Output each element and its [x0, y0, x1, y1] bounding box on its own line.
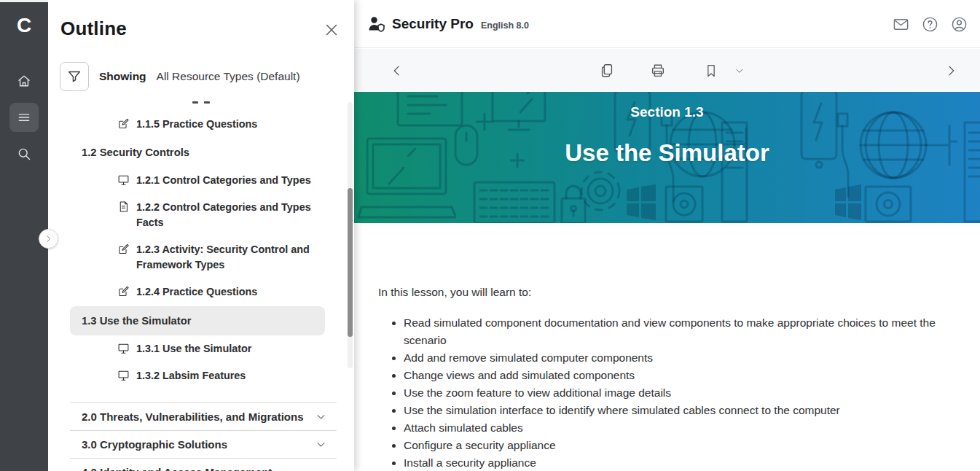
outline-section-1-3-selected[interactable]: 1.3 Use the Simulator — [70, 306, 325, 335]
outline-section-1-2[interactable]: 1.2 Security Controls — [82, 145, 189, 160]
forward-icon — [944, 63, 958, 78]
bookmark-button[interactable] — [699, 59, 724, 82]
outline-item-1-2-2[interactable]: 1.2.2 Control Categories and Types Facts — [117, 200, 340, 230]
next-button[interactable] — [938, 59, 963, 82]
outline-menu-button[interactable] — [9, 103, 39, 132]
home-icon — [17, 74, 31, 88]
course-title: Security Pro — [392, 16, 474, 32]
lesson-body: In this lesson, you will learn to: Read … — [354, 223, 980, 471]
outline-tree: 1.1.5 Practice Questions 1.2 Security Co… — [48, 0, 354, 471]
previous-button[interactable] — [385, 59, 409, 82]
app-window: C Outline — [0, 0, 980, 471]
monitor-icon — [117, 174, 130, 186]
panel-expand-button[interactable] — [39, 229, 58, 249]
bookmark-menu-button[interactable] — [727, 59, 752, 82]
menu-icon — [17, 110, 31, 125]
objective-item: Change views and add simulated component… — [404, 367, 946, 384]
content-header: Security Pro English 8.0 — [354, 0, 980, 48]
copy-icon — [599, 63, 615, 79]
copy-button[interactable] — [595, 59, 619, 82]
account-button[interactable] — [944, 9, 973, 39]
objective-item: Use the zoom feature to view additional … — [404, 384, 946, 402]
lesson-intro: In this lesson, you will learn to: — [378, 285, 980, 300]
objective-item: Attach simulated cables — [404, 419, 946, 437]
lesson-toolbar — [354, 49, 980, 92]
outline-scrollbar[interactable] — [348, 102, 353, 368]
outline-chapter-4-0[interactable]: 4.0 Identity and Access Management — [70, 458, 337, 471]
outline-item-1-3-2[interactable]: 1.3.2 Labsim Features — [117, 368, 246, 384]
outline-item-1-2-4[interactable]: 1.2.4 Practice Questions — [117, 284, 257, 300]
outline-item-1-1-5[interactable]: 1.1.5 Practice Questions — [117, 117, 257, 132]
monitor-icon — [117, 342, 130, 354]
home-button[interactable] — [9, 66, 39, 96]
outline-scrollbar-thumb[interactable] — [348, 188, 353, 337]
chevron-right-icon — [44, 234, 53, 244]
outline-chapter-3-0[interactable]: 3.0 Cryptographic Solutions — [70, 430, 337, 458]
objective-item: Add and remove simulated computer compon… — [404, 349, 946, 367]
mail-button[interactable] — [886, 9, 915, 39]
objective-item: Configure a security appliance — [404, 437, 946, 454]
objective-item: Read simulated component documentation a… — [404, 314, 946, 349]
objectives-list: Read simulated component documentation a… — [392, 314, 946, 471]
outline-item-1-2-3[interactable]: 1.2.3 Activity: Security Control and Fra… — [117, 242, 340, 273]
monitor-icon — [117, 369, 130, 381]
search-button[interactable] — [9, 139, 39, 168]
bookmark-icon — [704, 63, 718, 78]
print-icon — [650, 63, 666, 79]
outline-panel: Outline Showing All Resource Types (Defa… — [48, 0, 354, 471]
print-button[interactable] — [646, 59, 670, 82]
course-edition: English 8.0 — [481, 20, 529, 31]
chevron-down-icon — [315, 439, 326, 450]
outline-item-1-3-1[interactable]: 1.3.1 Use the Simulator — [117, 341, 251, 357]
help-button[interactable] — [915, 9, 944, 39]
search-icon — [17, 147, 31, 161]
banner-text: Section 1.3 Use the Simulator — [354, 92, 980, 223]
edit-icon — [117, 117, 130, 130]
help-icon — [922, 16, 938, 33]
outline-chapter-2-0[interactable]: 2.0 Threats, Vulnerabilities, and Migrat… — [70, 402, 337, 430]
account-icon — [951, 16, 968, 33]
outline-item-1-2-1[interactable]: 1.2.1 Control Categories and Types — [117, 173, 311, 188]
back-icon — [390, 63, 404, 78]
edit-icon — [117, 243, 130, 255]
edit-icon — [117, 285, 130, 297]
chevron-down-icon — [734, 66, 745, 76]
mail-icon — [893, 16, 909, 33]
section-banner: Section 1.3 Use the Simulator — [354, 92, 980, 223]
lesson-title: Use the Simulator — [354, 139, 980, 167]
clipped-item-fragment — [192, 101, 222, 106]
person-shield-icon — [367, 15, 386, 34]
objective-item: Install a security appliance — [404, 454, 946, 471]
content-pane: Security Pro English 8.0 — [354, 0, 980, 471]
app-logo: C — [0, 2, 48, 49]
document-icon — [117, 201, 130, 213]
objective-item: Use the simulation interface to identify… — [404, 402, 946, 419]
chevron-down-icon — [315, 411, 326, 422]
course-brand: Security Pro English 8.0 — [367, 15, 529, 34]
section-label: Section 1.3 — [354, 104, 980, 120]
header-actions — [886, 0, 973, 48]
